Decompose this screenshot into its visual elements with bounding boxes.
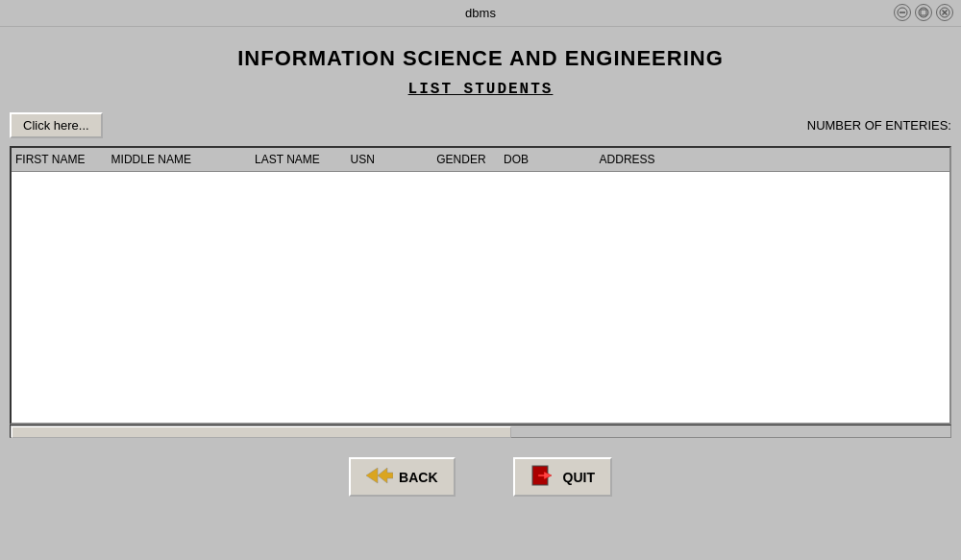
window-controls xyxy=(894,4,953,21)
minimize-button[interactable] xyxy=(894,4,911,21)
svg-marker-7 xyxy=(378,468,393,483)
quit-button[interactable]: QUIT xyxy=(513,457,612,497)
col-header-last-name: LAST NAME xyxy=(251,151,347,168)
back-label: BACK xyxy=(399,470,437,485)
main-content: INFORMATION SCIENCE AND ENGINEERING LIST… xyxy=(0,27,961,438)
back-icon xyxy=(366,465,393,489)
table-header: FIRST NAME MIDDLE NAME LAST NAME USN GEN… xyxy=(12,148,949,172)
col-header-middle-name: MIDDLE NAME xyxy=(108,151,251,168)
table-body[interactable] xyxy=(12,172,949,425)
title-bar: dbms xyxy=(0,0,961,27)
col-header-usn: USN xyxy=(347,151,433,168)
scrollbar-thumb[interactable] xyxy=(12,426,511,438)
toolbar-row: Click here... NUMBER OF ENTERIES: xyxy=(10,112,951,138)
svg-rect-3 xyxy=(921,10,926,15)
entries-label: NUMBER OF ENTERIES: xyxy=(807,118,951,133)
click-here-button[interactable]: Click here... xyxy=(10,112,103,138)
window-title: dbms xyxy=(465,6,496,20)
quit-icon xyxy=(530,465,557,489)
close-button[interactable] xyxy=(936,4,953,21)
col-header-address: ADDRESS xyxy=(596,151,949,168)
maximize-button[interactable] xyxy=(915,4,932,21)
col-header-gender: GENDER xyxy=(432,151,500,168)
horizontal-scrollbar[interactable] xyxy=(10,425,951,438)
app-title: INFORMATION SCIENCE AND ENGINEERING xyxy=(10,46,951,71)
col-header-first-name: FIRST NAME xyxy=(12,151,108,168)
section-title: LIST STUDENTS xyxy=(10,81,951,98)
quit-label: QUIT xyxy=(563,470,595,485)
back-button[interactable]: BACK xyxy=(349,457,455,497)
bottom-bar: BACK QUIT xyxy=(0,457,961,497)
table-container: FIRST NAME MIDDLE NAME LAST NAME USN GEN… xyxy=(10,146,951,425)
col-header-dob: DOB xyxy=(500,151,596,168)
